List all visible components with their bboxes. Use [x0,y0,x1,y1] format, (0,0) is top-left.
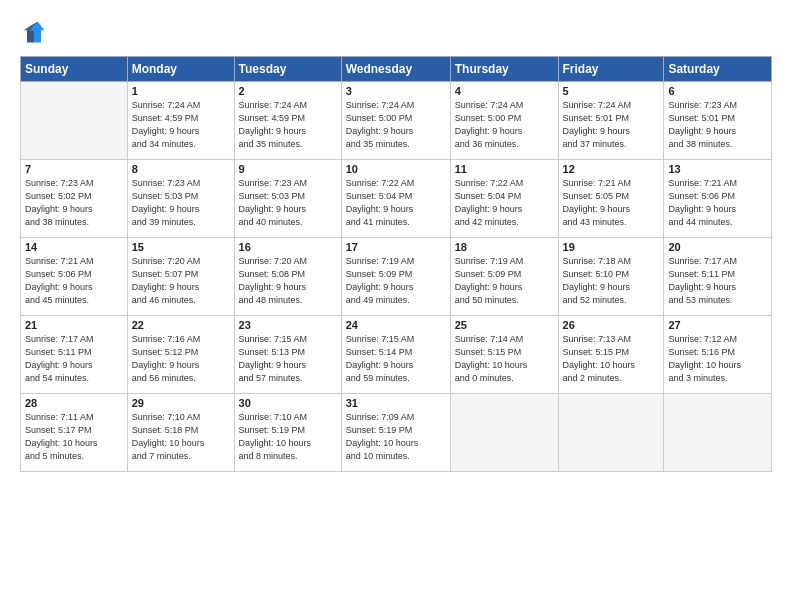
day-number: 31 [346,397,446,409]
day-number: 25 [455,319,554,331]
day-number: 23 [239,319,337,331]
day-info: Sunrise: 7:23 AM Sunset: 5:03 PM Dayligh… [132,177,230,229]
calendar: SundayMondayTuesdayWednesdayThursdayFrid… [20,56,772,472]
day-info: Sunrise: 7:24 AM Sunset: 5:00 PM Dayligh… [455,99,554,151]
calendar-day: 24Sunrise: 7:15 AM Sunset: 5:14 PM Dayli… [341,316,450,394]
calendar-day: 9Sunrise: 7:23 AM Sunset: 5:03 PM Daylig… [234,160,341,238]
calendar-day: 11Sunrise: 7:22 AM Sunset: 5:04 PM Dayli… [450,160,558,238]
day-number: 10 [346,163,446,175]
day-number: 6 [668,85,767,97]
calendar-day: 3Sunrise: 7:24 AM Sunset: 5:00 PM Daylig… [341,82,450,160]
day-info: Sunrise: 7:23 AM Sunset: 5:02 PM Dayligh… [25,177,123,229]
day-number: 13 [668,163,767,175]
logo [20,18,52,46]
calendar-day [664,394,772,472]
day-info: Sunrise: 7:10 AM Sunset: 5:18 PM Dayligh… [132,411,230,463]
day-number: 24 [346,319,446,331]
calendar-day: 19Sunrise: 7:18 AM Sunset: 5:10 PM Dayli… [558,238,664,316]
calendar-week-row: 7Sunrise: 7:23 AM Sunset: 5:02 PM Daylig… [21,160,772,238]
calendar-day: 12Sunrise: 7:21 AM Sunset: 5:05 PM Dayli… [558,160,664,238]
calendar-week-row: 1Sunrise: 7:24 AM Sunset: 4:59 PM Daylig… [21,82,772,160]
page: SundayMondayTuesdayWednesdayThursdayFrid… [0,0,792,612]
day-number: 19 [563,241,660,253]
day-info: Sunrise: 7:24 AM Sunset: 4:59 PM Dayligh… [132,99,230,151]
calendar-day: 1Sunrise: 7:24 AM Sunset: 4:59 PM Daylig… [127,82,234,160]
calendar-day: 27Sunrise: 7:12 AM Sunset: 5:16 PM Dayli… [664,316,772,394]
calendar-day [558,394,664,472]
calendar-day: 17Sunrise: 7:19 AM Sunset: 5:09 PM Dayli… [341,238,450,316]
calendar-day: 21Sunrise: 7:17 AM Sunset: 5:11 PM Dayli… [21,316,128,394]
calendar-day: 6Sunrise: 7:23 AM Sunset: 5:01 PM Daylig… [664,82,772,160]
day-number: 27 [668,319,767,331]
day-number: 26 [563,319,660,331]
day-number: 20 [668,241,767,253]
day-info: Sunrise: 7:12 AM Sunset: 5:16 PM Dayligh… [668,333,767,385]
day-info: Sunrise: 7:19 AM Sunset: 5:09 PM Dayligh… [455,255,554,307]
calendar-week-row: 14Sunrise: 7:21 AM Sunset: 5:06 PM Dayli… [21,238,772,316]
calendar-week-row: 28Sunrise: 7:11 AM Sunset: 5:17 PM Dayli… [21,394,772,472]
day-info: Sunrise: 7:14 AM Sunset: 5:15 PM Dayligh… [455,333,554,385]
day-number: 12 [563,163,660,175]
logo-icon [20,18,48,46]
day-info: Sunrise: 7:23 AM Sunset: 5:03 PM Dayligh… [239,177,337,229]
day-info: Sunrise: 7:21 AM Sunset: 5:06 PM Dayligh… [25,255,123,307]
header-cell: Tuesday [234,57,341,82]
day-info: Sunrise: 7:17 AM Sunset: 5:11 PM Dayligh… [25,333,123,385]
calendar-day: 15Sunrise: 7:20 AM Sunset: 5:07 PM Dayli… [127,238,234,316]
calendar-day: 20Sunrise: 7:17 AM Sunset: 5:11 PM Dayli… [664,238,772,316]
day-info: Sunrise: 7:20 AM Sunset: 5:08 PM Dayligh… [239,255,337,307]
calendar-day: 18Sunrise: 7:19 AM Sunset: 5:09 PM Dayli… [450,238,558,316]
calendar-day: 28Sunrise: 7:11 AM Sunset: 5:17 PM Dayli… [21,394,128,472]
day-number: 28 [25,397,123,409]
day-number: 8 [132,163,230,175]
day-info: Sunrise: 7:24 AM Sunset: 4:59 PM Dayligh… [239,99,337,151]
day-number: 7 [25,163,123,175]
header-cell: Thursday [450,57,558,82]
calendar-day: 16Sunrise: 7:20 AM Sunset: 5:08 PM Dayli… [234,238,341,316]
day-number: 9 [239,163,337,175]
day-info: Sunrise: 7:15 AM Sunset: 5:13 PM Dayligh… [239,333,337,385]
calendar-day: 10Sunrise: 7:22 AM Sunset: 5:04 PM Dayli… [341,160,450,238]
header-cell: Monday [127,57,234,82]
day-number: 1 [132,85,230,97]
header-cell: Wednesday [341,57,450,82]
calendar-day: 22Sunrise: 7:16 AM Sunset: 5:12 PM Dayli… [127,316,234,394]
calendar-day: 13Sunrise: 7:21 AM Sunset: 5:06 PM Dayli… [664,160,772,238]
day-number: 4 [455,85,554,97]
day-info: Sunrise: 7:13 AM Sunset: 5:15 PM Dayligh… [563,333,660,385]
day-info: Sunrise: 7:24 AM Sunset: 5:00 PM Dayligh… [346,99,446,151]
day-info: Sunrise: 7:09 AM Sunset: 5:19 PM Dayligh… [346,411,446,463]
day-info: Sunrise: 7:23 AM Sunset: 5:01 PM Dayligh… [668,99,767,151]
calendar-day: 5Sunrise: 7:24 AM Sunset: 5:01 PM Daylig… [558,82,664,160]
day-number: 16 [239,241,337,253]
calendar-day: 23Sunrise: 7:15 AM Sunset: 5:13 PM Dayli… [234,316,341,394]
header-cell: Friday [558,57,664,82]
day-number: 2 [239,85,337,97]
calendar-day [21,82,128,160]
calendar-day: 30Sunrise: 7:10 AM Sunset: 5:19 PM Dayli… [234,394,341,472]
day-info: Sunrise: 7:22 AM Sunset: 5:04 PM Dayligh… [455,177,554,229]
day-number: 30 [239,397,337,409]
day-info: Sunrise: 7:16 AM Sunset: 5:12 PM Dayligh… [132,333,230,385]
calendar-day: 31Sunrise: 7:09 AM Sunset: 5:19 PM Dayli… [341,394,450,472]
calendar-day [450,394,558,472]
calendar-day: 26Sunrise: 7:13 AM Sunset: 5:15 PM Dayli… [558,316,664,394]
day-info: Sunrise: 7:11 AM Sunset: 5:17 PM Dayligh… [25,411,123,463]
day-number: 3 [346,85,446,97]
calendar-week-row: 21Sunrise: 7:17 AM Sunset: 5:11 PM Dayli… [21,316,772,394]
day-number: 22 [132,319,230,331]
calendar-day: 29Sunrise: 7:10 AM Sunset: 5:18 PM Dayli… [127,394,234,472]
day-info: Sunrise: 7:21 AM Sunset: 5:05 PM Dayligh… [563,177,660,229]
calendar-day: 2Sunrise: 7:24 AM Sunset: 4:59 PM Daylig… [234,82,341,160]
calendar-day: 7Sunrise: 7:23 AM Sunset: 5:02 PM Daylig… [21,160,128,238]
day-number: 29 [132,397,230,409]
day-number: 18 [455,241,554,253]
day-number: 21 [25,319,123,331]
calendar-day: 14Sunrise: 7:21 AM Sunset: 5:06 PM Dayli… [21,238,128,316]
day-info: Sunrise: 7:10 AM Sunset: 5:19 PM Dayligh… [239,411,337,463]
day-info: Sunrise: 7:18 AM Sunset: 5:10 PM Dayligh… [563,255,660,307]
calendar-day: 8Sunrise: 7:23 AM Sunset: 5:03 PM Daylig… [127,160,234,238]
calendar-day: 25Sunrise: 7:14 AM Sunset: 5:15 PM Dayli… [450,316,558,394]
day-number: 14 [25,241,123,253]
header [20,18,772,46]
